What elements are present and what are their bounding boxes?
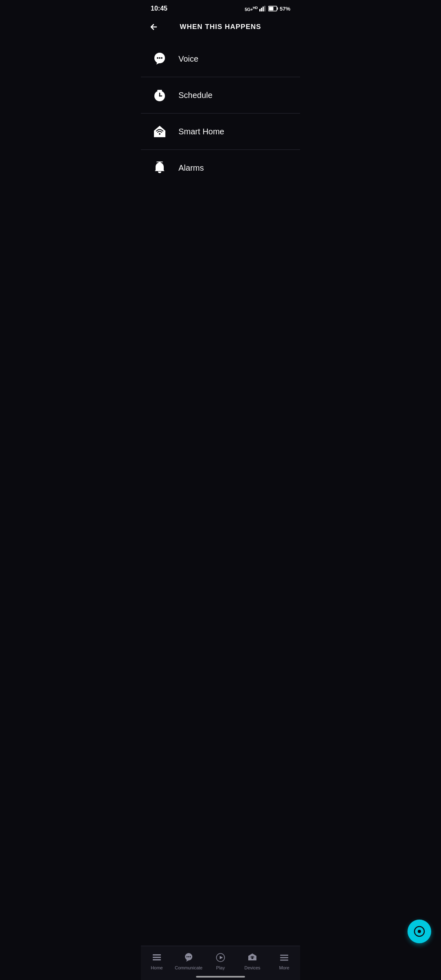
signal-icon: 5G+HD	[245, 6, 258, 12]
status-bar: 10:45 5G+HD 57%	[141, 0, 300, 16]
back-button[interactable]	[149, 22, 158, 31]
svg-rect-12	[157, 90, 162, 91]
svg-rect-3	[264, 6, 265, 11]
alarms-icon	[151, 159, 169, 177]
menu-item-alarms[interactable]: Alarms	[141, 150, 300, 186]
svg-point-15	[159, 96, 160, 97]
menu-item-smarthome[interactable]: Smart Home	[141, 114, 300, 150]
svg-point-16	[159, 133, 160, 135]
svg-point-10	[161, 57, 163, 59]
status-icons: 5G+HD 57%	[245, 6, 290, 12]
svg-point-8	[157, 57, 158, 59]
menu-label-voice: Voice	[178, 54, 198, 64]
back-arrow-icon	[149, 22, 158, 31]
menu-label-schedule: Schedule	[178, 91, 212, 100]
menu-item-voice[interactable]: Voice	[141, 41, 300, 77]
battery-level: 57%	[280, 6, 290, 12]
page-header: WHEN THIS HAPPENS	[141, 16, 300, 41]
page-title: WHEN THIS HAPPENS	[180, 23, 261, 31]
menu-item-schedule[interactable]: Schedule	[141, 77, 300, 114]
svg-rect-1	[261, 8, 262, 11]
menu-label-smarthome: Smart Home	[178, 127, 224, 136]
svg-point-9	[159, 57, 160, 59]
schedule-icon	[151, 86, 169, 104]
svg-rect-5	[277, 7, 278, 10]
svg-rect-2	[263, 7, 264, 11]
menu-list: Voice Schedule	[141, 41, 300, 186]
svg-rect-0	[259, 9, 261, 11]
voice-icon	[151, 50, 169, 68]
smarthome-icon	[151, 122, 169, 140]
menu-label-alarms: Alarms	[178, 163, 204, 173]
battery-icon	[268, 6, 278, 11]
signal-bars-icon	[259, 6, 267, 11]
svg-rect-18	[156, 161, 163, 163]
status-time: 10:45	[151, 5, 167, 12]
svg-rect-6	[269, 7, 273, 11]
